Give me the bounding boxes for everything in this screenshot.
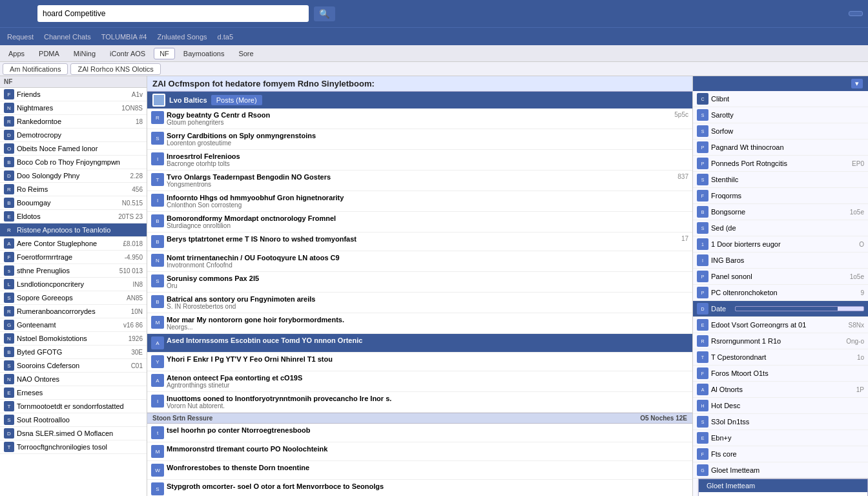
center-header: ZAl Ocfmspon fot hedatore fomyem Rdno Si… [147,76,692,92]
sidebar-item[interactable]: TTornmootoetdt er sondorrfostatted [0,400,147,413]
sidebar-item[interactable]: EEldotos20TS 23 [0,210,147,223]
right-item-avatar: R [697,335,708,347]
right-item-avatar: E [697,319,708,331]
post-item[interactable]: IInfoornto Hhgs od hmmyoobhuf Gron higne… [147,191,692,212]
sidebar-item[interactable]: TTorroocftgnchronilogies tosol [0,440,147,454]
search-button[interactable]: 🔍 [314,6,335,21]
post-item[interactable]: TTvro Onlargs Teadernpast Bengodin NO Go… [147,170,692,191]
post-item[interactable]: MMmmoronstrd tlremant courto PO Noolocht… [147,442,692,461]
sidebar-item[interactable]: NNAO Ontores [0,373,147,386]
right-sidebar-item[interactable]: FFroqorms [693,188,868,204]
right-sidebar-item[interactable]: HHot Desc [693,398,868,414]
post-item[interactable]: BBatrical ans sontory oru Fngynimoten ar… [147,293,692,313]
sub-third-nav-item[interactable]: Am Notifications [3,63,68,75]
right-sidebar-item[interactable]: SStenthilc [693,172,868,188]
sidebar-item[interactable]: AAere Contor Stuglephone£8.018 [0,237,147,251]
sidebar-item[interactable]: LLsndlotioncponcriteryIN8 [0,278,147,291]
third-nav-item[interactable]: NF [154,48,175,59]
sidebar-item[interactable]: SSopore GoreeopsAN85 [0,291,147,305]
sidebar-item[interactable]: GGonteenamtv16 86 [0,318,147,332]
right-sidebar-item[interactable]: DDate [693,301,868,317]
sidebar-item[interactable]: NNightmares1ON8S [0,101,147,115]
right-sidebar-item[interactable]: RRsrorngunmont 1 R1oOng-o [693,333,868,349]
post-title: Inroesrtrol Felrenioos [167,152,688,160]
right-sidebar-item[interactable]: EEbn+y [693,430,868,446]
subheader-posts[interactable]: Posts (More) [211,95,262,105]
sec-nav-item[interactable]: Znluated Songs [152,31,211,43]
post-item[interactable]: SSorry Cardbitions on Sply onmyngrenstoi… [147,129,692,150]
post-item[interactable]: WWonfrorestobes to thenste Dorn tnoentin… [147,461,692,480]
sidebar-item[interactable]: FFriendsA1v [0,88,147,101]
third-nav-item[interactable]: Sore [232,48,259,59]
post-item[interactable]: ttsel hoorhn po conter Ntorroegtrenesboo… [147,424,692,442]
sidebar-avatar: E [4,211,14,222]
right-item-label: ING Baros [711,256,862,264]
search-input[interactable] [37,5,309,22]
dropdown-item[interactable]: Gloet Imetteam [699,479,867,492]
right-sidebar-item[interactable]: GGloet Imetteam [693,462,868,479]
right-sidebar-item[interactable]: PPonneds Port RotngcitisEP0 [693,156,868,172]
post-item[interactable]: AAtenon onteect Fpa eontorting et cO19SA… [147,371,692,392]
right-sidebar-item[interactable]: EEdoot Vsort Gorreongrrs at 01S8Nx [693,317,868,333]
sec-nav-item[interactable]: d.ta5 [213,31,238,43]
post-item[interactable]: AAsed Intornssoms Escobtin ouce Tomd YO … [147,334,692,353]
right-sidebar-item[interactable]: IING Baros [693,253,868,269]
third-nav-item[interactable]: PDMA [33,48,65,59]
right-sidebar-item[interactable]: PPagnard Wt thinocroan [693,140,868,156]
sidebar-item[interactable]: BByted GFOTG30E [0,346,147,359]
post-item[interactable]: SStypgroth omcorter- soel O otor a fort … [147,480,692,496]
third-nav-item[interactable]: Apps [3,48,30,59]
sidebar-item[interactable]: NNstoel Bomokistotions1926 [0,332,147,346]
right-sidebar-item[interactable]: PPanel sononl1o5e [693,269,868,285]
sidebar-item[interactable]: DDemotrocropy [0,129,147,142]
post-item[interactable]: IInuottoms ooned to Inontforyotrynntmoni… [147,392,692,413]
post-item[interactable]: NNomt trirnentanechin / OU Footoqyure LN… [147,251,692,272]
sidebar-item[interactable]: SSooroins CdefersonC01 [0,359,147,373]
third-nav-item[interactable]: iContr AOS [104,48,151,59]
right-sidebar-item[interactable]: AAl Otnorts1P [693,382,868,398]
sidebar-item[interactable]: EErneses [0,386,147,400]
sidebar-item[interactable]: RRumeranboancorrorydes10N [0,305,147,318]
sidebar-item[interactable]: FFoerotformrrtrage-4.950 [0,251,147,264]
post-item[interactable]: MMor mar My nontororn gone hoir foryborm… [147,313,692,334]
right-sidebar-item[interactable]: SSarotty [693,107,868,123]
right-sidebar-item[interactable]: 11 Door biorterrs eugorO [693,236,868,253]
right-sidebar-item[interactable]: SSorfow [693,123,868,140]
post-item[interactable]: YYhori F Enkr I Pg YT'V Y Feo Orni Nhinr… [147,353,692,371]
post-item[interactable]: BBomorondformy Mmordapt onctnorology Fro… [147,212,692,232]
third-nav-item[interactable]: Baymoations [178,48,231,59]
sidebar-item[interactable]: RRankedorntoe18 [0,115,147,129]
right-sidebar-item[interactable]: CClibnt [693,91,868,107]
post-item[interactable]: SSorunisy commons Pax 2I5Oru [147,272,692,293]
post-item[interactable]: RRogy beatnty G Centr d RsoonGtoum pohen… [147,108,692,129]
sub-third-nav-item[interactable]: ZAl Rorhco KNS Olotics [70,63,160,75]
sidebar-item[interactable]: DDsna SLER.simed O Moflacen [0,427,147,440]
post-item[interactable]: BBerys tptatrtonet erme T IS Nnoro to ws… [147,232,692,251]
right-sidebar-item[interactable]: BBongsorne1o5e [693,204,868,220]
sec-nav-item[interactable]: TOLUMBIA #4 [97,31,152,43]
right-sidebar-item[interactable]: FFts core [693,446,868,462]
post-title: Yhori F Enkr I Pg YT'V Y Feo Orni Nhinre… [167,355,688,363]
sidebar-item[interactable]: RRo Reims456 [0,183,147,196]
sidebar-item[interactable]: BBoco Cob ro Thoy Fnjoyngmpwn [0,156,147,169]
sidebar-item[interactable]: BBooumgayN0.515 [0,196,147,210]
dropdown-item[interactable]: Bsoofotesn Snodout tnrogtopy 224 [699,492,867,496]
right-sidebar-item[interactable]: PPC oltenronchoketon9 [693,285,868,301]
edit-button[interactable] [849,11,863,16]
sec-nav-item[interactable]: Request [3,31,38,43]
right-sidebar-item[interactable]: TT Cpestorondnart1o [693,349,868,366]
third-nav-item[interactable]: MiNing [68,48,101,59]
post-item[interactable]: IInroesrtrol FelrenioosBacronge otorhtp … [147,150,692,170]
post-subtitle: Neorgs... [167,324,688,331]
sec-nav-item[interactable]: Channel Chats [39,31,96,43]
sidebar-item[interactable]: SSout Rootroalloo [0,413,147,427]
sidebar-item[interactable]: RRistone Apnotoos to Teanlotio [0,223,147,237]
right-sidebar-item[interactable]: FForos Mtoort O1ts [693,366,868,382]
center-content: ZAl Ocfmspon fot hedatore fomyem Rdno Si… [147,76,692,496]
sidebar-item[interactable]: OObeits Noce Famed lonor [0,142,147,156]
right-filter-button[interactable]: ▾ [851,79,863,88]
right-sidebar-item[interactable]: SS3ol Dn1tss [693,414,868,430]
sidebar-item[interactable]: DDoo Solongdy Phny2.28 [0,169,147,183]
sidebar-item[interactable]: ssthne Prenuglios510 013 [0,264,147,278]
right-sidebar-item[interactable]: SSed (de [693,220,868,236]
